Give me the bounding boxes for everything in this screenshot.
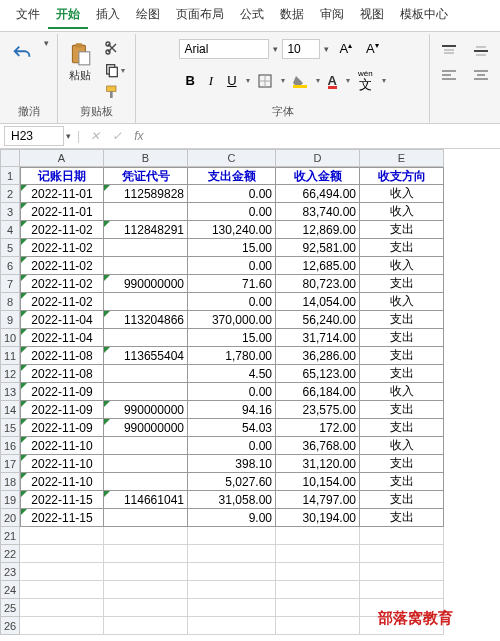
menu-item-4[interactable]: 页面布局 xyxy=(168,2,232,29)
cell[interactable]: 2022-11-04 xyxy=(20,329,104,347)
name-box[interactable]: H23 xyxy=(4,126,64,146)
col-header-D[interactable]: D xyxy=(276,149,360,167)
row-header-4[interactable]: 4 xyxy=(0,221,20,239)
cell[interactable] xyxy=(188,581,276,599)
namebox-dropdown[interactable]: ▾ xyxy=(64,131,73,141)
cell[interactable]: 收入 xyxy=(360,257,444,275)
fill-color-button[interactable] xyxy=(287,71,313,91)
menu-item-0[interactable]: 文件 xyxy=(8,2,48,29)
cell[interactable]: 9.00 xyxy=(188,509,276,527)
cell[interactable]: 2022-11-09 xyxy=(20,419,104,437)
row-header-17[interactable]: 17 xyxy=(0,455,20,473)
cell[interactable]: 398.10 xyxy=(188,455,276,473)
header-cell[interactable]: 凭证代号 xyxy=(104,167,188,185)
cell[interactable] xyxy=(360,563,444,581)
header-cell[interactable]: 收支方向 xyxy=(360,167,444,185)
cell[interactable]: 收入 xyxy=(360,185,444,203)
cell[interactable] xyxy=(188,545,276,563)
cell[interactable] xyxy=(104,293,188,311)
cell[interactable]: 990000000 xyxy=(104,419,188,437)
cell[interactable]: 2022-11-02 xyxy=(20,221,104,239)
cell[interactable] xyxy=(104,203,188,221)
cell[interactable] xyxy=(360,545,444,563)
row-header-19[interactable]: 19 xyxy=(0,491,20,509)
cell[interactable]: 支出 xyxy=(360,473,444,491)
col-header-E[interactable]: E xyxy=(360,149,444,167)
cell[interactable] xyxy=(104,599,188,617)
align-top-button[interactable] xyxy=(436,42,462,60)
cell[interactable]: 0.00 xyxy=(188,257,276,275)
cell[interactable] xyxy=(20,581,104,599)
cell[interactable]: 支出 xyxy=(360,365,444,383)
cell[interactable]: 收入 xyxy=(360,383,444,401)
cell[interactable]: 92,581.00 xyxy=(276,239,360,257)
cell[interactable]: 1,780.00 xyxy=(188,347,276,365)
fx-button[interactable]: fx xyxy=(128,127,149,145)
cell[interactable]: 66,494.00 xyxy=(276,185,360,203)
row-header-9[interactable]: 9 xyxy=(0,311,20,329)
cell[interactable]: 2022-11-02 xyxy=(20,275,104,293)
menu-item-7[interactable]: 审阅 xyxy=(312,2,352,29)
undo-button[interactable] xyxy=(6,38,38,70)
cell[interactable]: 14,054.00 xyxy=(276,293,360,311)
cell[interactable] xyxy=(20,599,104,617)
cell[interactable]: 36,286.00 xyxy=(276,347,360,365)
cell[interactable]: 31,058.00 xyxy=(188,491,276,509)
border-button[interactable] xyxy=(252,71,278,91)
cell[interactable] xyxy=(104,545,188,563)
cell[interactable]: 2022-11-08 xyxy=(20,347,104,365)
cell[interactable]: 2022-11-02 xyxy=(20,239,104,257)
bold-button[interactable]: B xyxy=(179,70,200,91)
row-header-21[interactable]: 21 xyxy=(0,527,20,545)
menu-item-3[interactable]: 绘图 xyxy=(128,2,168,29)
cell[interactable] xyxy=(20,527,104,545)
cell[interactable] xyxy=(104,527,188,545)
phonetic-button[interactable]: wén文 xyxy=(352,67,379,94)
row-header-13[interactable]: 13 xyxy=(0,383,20,401)
cell[interactable]: 支出 xyxy=(360,419,444,437)
cancel-icon[interactable]: ✕ xyxy=(84,127,106,145)
cell[interactable]: 2022-11-15 xyxy=(20,509,104,527)
cell[interactable]: 14,797.00 xyxy=(276,491,360,509)
row-header-12[interactable]: 12 xyxy=(0,365,20,383)
cell[interactable]: 113204866 xyxy=(104,311,188,329)
cell[interactable] xyxy=(276,527,360,545)
undo-dropdown[interactable]: ▾ xyxy=(42,38,51,48)
row-header-18[interactable]: 18 xyxy=(0,473,20,491)
cell[interactable]: 0.00 xyxy=(188,293,276,311)
cell[interactable]: 收入 xyxy=(360,437,444,455)
row-header-8[interactable]: 8 xyxy=(0,293,20,311)
cell[interactable]: 支出 xyxy=(360,401,444,419)
cell[interactable] xyxy=(360,527,444,545)
cell[interactable] xyxy=(104,563,188,581)
cell[interactable]: 支出 xyxy=(360,221,444,239)
row-header-25[interactable]: 25 xyxy=(0,599,20,617)
row-header-3[interactable]: 3 xyxy=(0,203,20,221)
decrease-font-button[interactable]: A▾ xyxy=(360,38,385,59)
cell[interactable]: 支出 xyxy=(360,491,444,509)
row-header-11[interactable]: 11 xyxy=(0,347,20,365)
confirm-icon[interactable]: ✓ xyxy=(106,127,128,145)
cell[interactable] xyxy=(104,257,188,275)
paste-button[interactable]: 粘贴 xyxy=(64,38,96,85)
cell[interactable]: 12,685.00 xyxy=(276,257,360,275)
cell[interactable]: 36,768.00 xyxy=(276,437,360,455)
cell[interactable]: 83,740.00 xyxy=(276,203,360,221)
cell[interactable]: 80,723.00 xyxy=(276,275,360,293)
cell[interactable]: 71.60 xyxy=(188,275,276,293)
cell[interactable]: 54.03 xyxy=(188,419,276,437)
row-header-22[interactable]: 22 xyxy=(0,545,20,563)
col-header-A[interactable]: A xyxy=(20,149,104,167)
cell[interactable]: 支出 xyxy=(360,311,444,329)
menu-item-1[interactable]: 开始 xyxy=(48,2,88,29)
formula-bar[interactable] xyxy=(149,134,496,138)
cell[interactable]: 2022-11-01 xyxy=(20,203,104,221)
cell[interactable]: 31,714.00 xyxy=(276,329,360,347)
cell[interactable]: 支出 xyxy=(360,329,444,347)
cell[interactable]: 2022-11-02 xyxy=(20,257,104,275)
cell[interactable] xyxy=(276,599,360,617)
cell[interactable]: 56,240.00 xyxy=(276,311,360,329)
format-painter-button[interactable] xyxy=(100,82,129,102)
cell[interactable]: 12,869.00 xyxy=(276,221,360,239)
cell[interactable]: 4.50 xyxy=(188,365,276,383)
